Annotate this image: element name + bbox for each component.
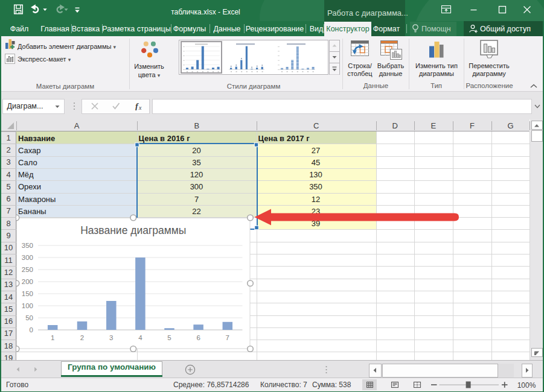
svg-text:50: 50 [25,314,33,321]
svg-text:6: 6 [196,334,200,341]
svg-text:2: 2 [80,334,84,341]
svg-text:200: 200 [22,278,33,285]
svg-text:7: 7 [226,334,229,341]
svg-text:300: 300 [22,254,33,261]
svg-text:4: 4 [138,334,142,341]
svg-text:250: 250 [22,266,33,273]
svg-text:Название диаграммы: Название диаграммы [80,224,186,236]
svg-text:350: 350 [22,242,33,249]
svg-text:3: 3 [109,334,113,341]
svg-text:1: 1 [51,334,54,341]
svg-text:100: 100 [22,302,33,309]
svg-text:0: 0 [30,326,33,334]
svg-text:x: x [138,104,142,110]
svg-text:150: 150 [22,290,33,297]
svg-text:5: 5 [167,334,171,341]
